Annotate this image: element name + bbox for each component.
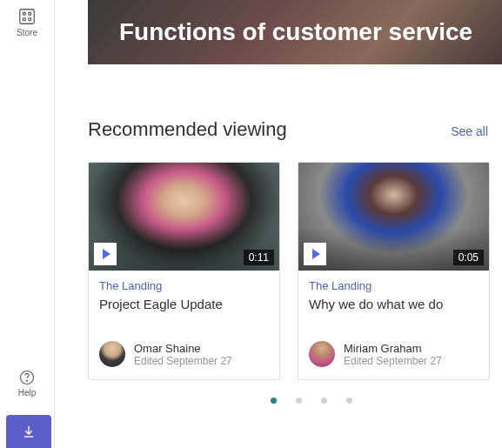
card-body: The Landing Project Eagle Update Omar Sh… [89,271,279,379]
svg-rect-0 [20,10,35,24]
author-row: Miriam Graham Edited September 27 [309,341,479,367]
recommended-section: Recommended viewing See all 0:11 The Lan… [88,118,502,404]
avatar[interactable] [309,341,335,367]
help-icon [18,369,36,386]
video-duration: 0:05 [453,250,484,265]
carousel-dots [121,398,502,404]
main-content: Functions of customer service Recommende… [55,0,502,448]
play-icon [312,249,320,259]
play-button[interactable] [304,243,326,265]
hero-banner[interactable]: Functions of customer service [88,0,502,64]
video-cards: 0:11 The Landing Project Eagle Update Om… [88,162,502,380]
play-button[interactable] [94,243,117,265]
hero-title: Functions of customer service [119,18,472,46]
video-card[interactable]: 0:05 The Landing Why we do what we do Mi… [298,162,490,380]
carousel-dot[interactable] [271,398,277,404]
section-title: Recommended viewing [88,118,287,141]
author-row: Omar Shaine Edited September 27 [99,341,269,367]
carousel-dot[interactable] [296,398,302,404]
author-meta: Miriam Graham Edited September 27 [344,342,442,367]
svg-point-2 [29,12,31,15]
help-button[interactable]: Help [18,369,37,398]
store-button[interactable]: Store [17,7,37,37]
svg-point-6 [26,380,27,381]
author-name: Miriam Graham [344,342,442,355]
video-thumbnail: 0:11 [89,163,279,271]
svg-point-4 [29,18,31,21]
store-icon [17,7,37,26]
carousel-dot[interactable] [321,398,327,404]
download-button[interactable] [6,415,51,448]
video-title: Why we do what we do [309,296,479,329]
video-source[interactable]: The Landing [99,279,269,292]
video-title: Project Eagle Update [99,296,269,329]
video-duration: 0:11 [244,250,274,265]
carousel-dot[interactable] [346,398,352,404]
edited-date: Edited September 27 [344,355,442,367]
video-source[interactable]: The Landing [309,279,479,292]
help-label: Help [18,388,37,398]
see-all-link[interactable]: See all [451,124,488,138]
card-body: The Landing Why we do what we do Miriam … [298,271,489,379]
play-icon [103,249,110,259]
left-rail: Store Help [0,0,55,448]
download-icon [21,424,37,439]
avatar[interactable] [99,341,125,367]
video-card[interactable]: 0:11 The Landing Project Eagle Update Om… [88,162,280,380]
svg-point-3 [23,18,25,21]
author-name: Omar Shaine [134,342,232,355]
store-label: Store [17,28,37,37]
author-meta: Omar Shaine Edited September 27 [134,342,232,367]
section-header: Recommended viewing See all [88,118,502,141]
video-thumbnail: 0:05 [298,163,489,271]
svg-point-1 [23,12,25,15]
edited-date: Edited September 27 [134,355,232,367]
